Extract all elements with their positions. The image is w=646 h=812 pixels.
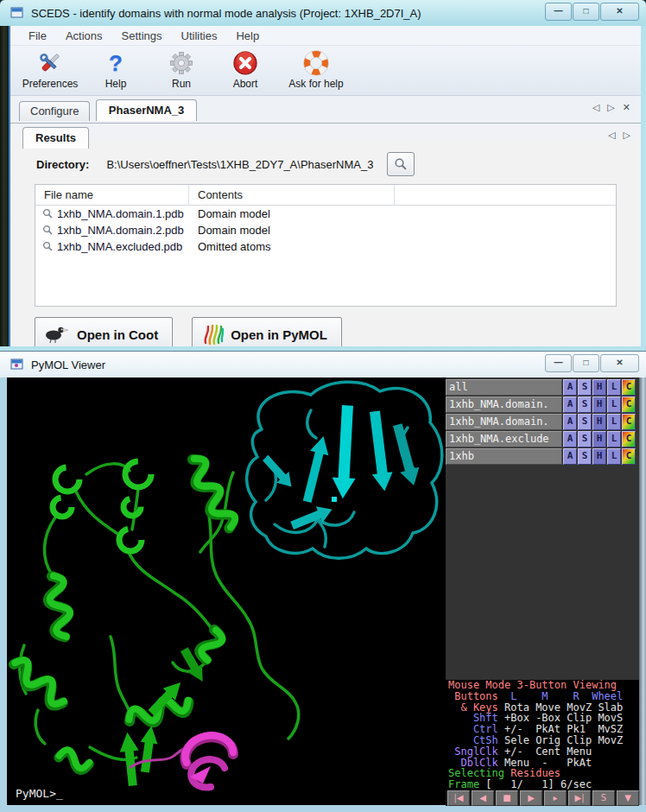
file-contents: Omitted atoms xyxy=(189,240,271,253)
object-row: 1xhb_NMA.domain. A S H L C xyxy=(446,396,639,413)
hide-menu-button[interactable]: H xyxy=(592,379,606,396)
table-row[interactable]: 1xhb_NMA.domain.1.pdb Domain model xyxy=(35,206,616,222)
pymol-titlebar: PyMOL Viewer — □ ✕ xyxy=(0,352,646,377)
label-menu-button[interactable]: L xyxy=(607,448,621,465)
tab-scroll-left-icon[interactable]: ◁ xyxy=(608,130,615,141)
tab-close-icon[interactable]: ✕ xyxy=(623,102,630,113)
object-name[interactable]: 1xhb xyxy=(446,448,562,465)
menu-utilities[interactable]: Utilities xyxy=(172,29,227,42)
pymol-right-panel: all A S H L C 1xhb_NMA.domain. A S H L C… xyxy=(446,377,639,805)
scene-button[interactable]: S xyxy=(592,790,615,806)
toolbar-label: Run xyxy=(172,78,191,90)
label-menu-button[interactable]: L xyxy=(607,396,621,413)
file-name: 1xhb_NMA.excluded.pdb xyxy=(57,240,182,253)
toolbar-label: Ask for help xyxy=(288,78,343,90)
main-tab-strip: Configure PhaserNMA_3 ◁ ▷ ✕ xyxy=(10,96,641,124)
tools-icon xyxy=(37,49,63,77)
show-menu-button[interactable]: S xyxy=(578,448,592,465)
object-name[interactable]: 1xhb_NMA.exclude xyxy=(446,431,562,447)
button-label: Open in Coot xyxy=(77,327,158,342)
tab-scroll-right-icon[interactable]: ▷ xyxy=(624,130,630,141)
window-title: PyMOL Viewer xyxy=(31,358,105,371)
pymol-command-prompt[interactable]: PyMOL>_ xyxy=(16,787,63,800)
object-name[interactable]: all xyxy=(446,379,562,396)
abort-button[interactable]: Abort xyxy=(223,46,268,90)
color-menu-button[interactable]: C xyxy=(622,379,636,396)
skip-end-button[interactable]: ▶| xyxy=(568,790,591,806)
object-list: all A S H L C 1xhb_NMA.domain. A S H L C… xyxy=(446,379,639,466)
results-panel: Directory: B:\Users\oeffner\Tests\1XHB_2… xyxy=(10,141,641,346)
play-button[interactable]: ▶ xyxy=(520,790,542,806)
preferences-button[interactable]: Preferences xyxy=(19,46,81,90)
sceds-app-icon xyxy=(10,6,24,20)
color-menu-button[interactable]: C xyxy=(622,396,636,413)
minimize-button[interactable]: — xyxy=(545,354,572,372)
object-row: 1xhb_NMA.domain. A S H L C xyxy=(446,414,639,430)
open-in-pymol-button[interactable]: Open in PyMOL xyxy=(192,317,342,346)
color-menu-button[interactable]: C xyxy=(622,414,636,430)
browse-directory-button[interactable] xyxy=(387,152,415,176)
minimize-button[interactable]: — xyxy=(545,3,572,21)
maximize-button[interactable]: □ xyxy=(573,3,599,21)
menu-bar: File Actions Settings Utilities Help xyxy=(10,26,641,46)
action-menu-button[interactable]: A xyxy=(563,431,577,447)
hide-menu-button[interactable]: H xyxy=(592,448,606,465)
pymol-3d-viewport[interactable]: PyMOL>_ xyxy=(7,377,446,805)
hide-menu-button[interactable]: H xyxy=(592,431,606,447)
menu-settings[interactable]: Settings xyxy=(112,29,172,42)
question-icon: ? xyxy=(109,49,123,77)
action-menu-button[interactable]: A xyxy=(563,448,577,465)
table-row[interactable]: 1xhb_NMA.excluded.pdb Omitted atoms xyxy=(35,238,616,255)
col-contents[interactable]: Contents xyxy=(189,185,395,205)
abort-icon xyxy=(232,49,258,77)
label-menu-button[interactable]: L xyxy=(607,414,621,430)
toolbar-label: Help xyxy=(105,78,127,90)
stop-button[interactable]: ■ xyxy=(496,790,518,806)
button-label: Open in PyMOL xyxy=(231,327,327,342)
tab-configure[interactable]: Configure xyxy=(19,101,90,121)
color-menu-button[interactable]: C xyxy=(622,448,636,465)
object-name[interactable]: 1xhb_NMA.domain. xyxy=(446,396,562,413)
color-menu-button[interactable]: C xyxy=(622,431,636,447)
maximize-button[interactable]: □ xyxy=(573,354,599,372)
show-menu-button[interactable]: S xyxy=(578,379,592,396)
action-menu-button[interactable]: A xyxy=(563,414,577,430)
show-menu-button[interactable]: S xyxy=(578,396,592,413)
sceds-window: SCEDS - identify domains with normal mod… xyxy=(0,0,646,352)
panel-menu-button[interactable]: ▼ xyxy=(617,790,639,806)
action-menu-button[interactable]: A xyxy=(563,379,577,396)
menu-file[interactable]: File xyxy=(19,29,56,42)
object-row: all A S H L C xyxy=(446,379,639,396)
close-button[interactable]: ✕ xyxy=(600,354,639,372)
step-forward-button[interactable]: ▸ xyxy=(544,790,567,806)
coot-bird-icon xyxy=(44,325,70,344)
close-button[interactable]: ✕ xyxy=(600,3,639,21)
ask-for-help-button[interactable]: Ask for help xyxy=(282,46,351,90)
tab-scroll-left-icon[interactable]: ◁ xyxy=(592,102,599,113)
hide-menu-button[interactable]: H xyxy=(592,396,606,413)
frame-label: Frame xyxy=(448,778,479,790)
menu-help[interactable]: Help xyxy=(226,29,269,42)
step-back-button[interactable]: ◀ xyxy=(472,790,494,806)
run-button[interactable]: Run xyxy=(159,46,204,90)
label-menu-button[interactable]: L xyxy=(607,379,621,396)
tab-scroll-right-icon[interactable]: ▷ xyxy=(607,102,614,113)
table-row[interactable]: 1xhb_NMA.domain.2.pdb Domain model xyxy=(35,222,616,238)
show-menu-button[interactable]: S xyxy=(578,431,592,447)
directory-value: B:\Users\oeffner\Tests\1XHB_2DY7_A\Phase… xyxy=(106,158,373,171)
col-file-name[interactable]: File name xyxy=(35,185,189,205)
help-button[interactable]: ? Help xyxy=(93,46,138,90)
rewind-start-button[interactable]: |◀ xyxy=(447,790,470,806)
menu-actions[interactable]: Actions xyxy=(56,29,112,42)
show-menu-button[interactable]: S xyxy=(578,414,592,430)
open-in-coot-button[interactable]: Open in Coot xyxy=(35,317,173,346)
label-menu-button[interactable]: L xyxy=(607,431,621,447)
toolbar-label: Preferences xyxy=(22,78,79,90)
table-header[interactable]: File name Contents xyxy=(35,185,616,206)
object-name[interactable]: 1xhb_NMA.domain. xyxy=(446,414,562,430)
tab-phasernma3[interactable]: PhaserNMA_3 xyxy=(96,99,197,121)
tab-results[interactable]: Results xyxy=(22,127,89,149)
magnifier-icon xyxy=(394,157,408,171)
action-menu-button[interactable]: A xyxy=(563,396,577,413)
hide-menu-button[interactable]: H xyxy=(592,414,606,430)
